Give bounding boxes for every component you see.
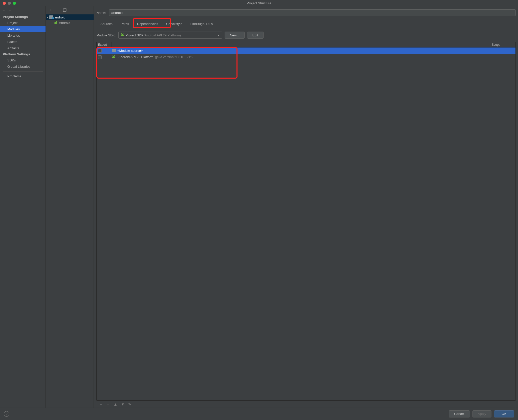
android-icon [112,55,115,59]
android-icon [121,33,124,37]
export-checkbox[interactable] [98,55,102,59]
dependencies-table: Export Scope <Module source> [96,42,516,401]
tabs: Sources Paths Dependencies Checkstyle Fi… [96,20,516,28]
dependency-label: <Module source> [117,49,143,53]
edit-sdk-button[interactable]: Edit [247,32,264,39]
apply-button[interactable]: Apply [472,410,491,417]
dependency-toolbar: ＋ － ▲ ▼ ✎ [96,401,516,408]
edit-dependency-icon: ✎ [128,402,132,407]
help-icon[interactable]: ? [4,411,9,417]
module-sdk-label: Module SDK: [96,33,116,37]
window-title: Project Structure [0,1,518,5]
chevron-down-icon: ▼ [217,34,220,37]
copy-module-icon[interactable]: ❐ [63,8,67,13]
add-module-icon[interactable]: ＋ [49,8,53,13]
move-down-icon: ▼ [121,402,125,406]
back-arrow-icon[interactable]: ← [2,8,6,12]
content-panel: Name: Sources Paths Dependencies Checkst… [94,6,518,408]
sidebar-item-artifacts[interactable]: Artifacts [0,45,46,51]
name-label: Name: [96,11,106,15]
module-tree-panel: ＋ － ❐ ▼ android Android [46,6,94,408]
sidebar-item-facets[interactable]: Facets [0,39,46,45]
ok-button[interactable]: OK [494,410,514,417]
module-folder-icon [49,15,53,19]
new-sdk-button[interactable]: New... [225,32,245,39]
android-icon [54,21,57,25]
module-sdk-select[interactable]: Project SDK (Android API 29 Platform) ▼ [118,32,222,39]
move-up-icon: ▲ [114,402,117,406]
tab-sources[interactable]: Sources [96,20,117,28]
dependency-label: Android API 29 Platform [118,55,154,59]
tab-checkstyle[interactable]: Checkstyle [162,20,186,28]
cancel-button[interactable]: Cancel [449,410,470,417]
tab-dependencies[interactable]: Dependencies [133,20,162,28]
dialog-footer: ? Cancel Apply OK [0,408,518,420]
column-scope[interactable]: Scope [490,42,515,47]
export-checkbox[interactable] [98,49,102,53]
folder-icon [112,49,116,52]
dependency-row[interactable]: <Module source> [97,48,515,54]
sidebar-item-sdks[interactable]: SDKs [0,57,46,63]
remove-module-icon[interactable]: － [56,8,60,13]
settings-sidebar: ← → Project Settings Project Modules Lib… [0,6,46,408]
tab-paths[interactable]: Paths [117,20,133,28]
tree-expand-icon[interactable]: ▼ [46,16,49,19]
section-platform-settings: Platform Settings [0,51,46,57]
tree-node-label: Android [59,21,70,25]
tab-findbugs[interactable]: FindBugs-IDEA [186,20,217,28]
sidebar-item-libraries[interactable]: Libraries [0,32,46,39]
sdk-value: Project SDK [126,33,144,37]
add-dependency-icon[interactable]: ＋ [99,402,103,407]
sidebar-item-project[interactable]: Project [0,20,46,26]
remove-dependency-icon: － [106,402,110,407]
module-name-input[interactable] [109,9,516,16]
tree-node-root[interactable]: ▼ android [46,14,94,20]
dependency-row[interactable]: Android API 29 Platform (java version "1… [97,54,515,60]
sidebar-item-global-libraries[interactable]: Global Libraries [0,63,46,70]
titlebar: Project Structure [0,0,518,6]
tree-node-label: android [54,15,65,19]
column-export[interactable]: Export [97,42,112,47]
sidebar-item-problems[interactable]: Problems [0,73,46,79]
divider [3,71,43,72]
tree-node-child[interactable]: Android [46,20,94,26]
dependency-version: (java version "1.8.0_121") [155,55,193,59]
section-project-settings: Project Settings [0,14,46,20]
sdk-value-dim: (Android API 29 Platform) [143,33,181,37]
forward-arrow-icon[interactable]: → [9,8,12,12]
sidebar-item-modules[interactable]: Modules [0,26,46,32]
